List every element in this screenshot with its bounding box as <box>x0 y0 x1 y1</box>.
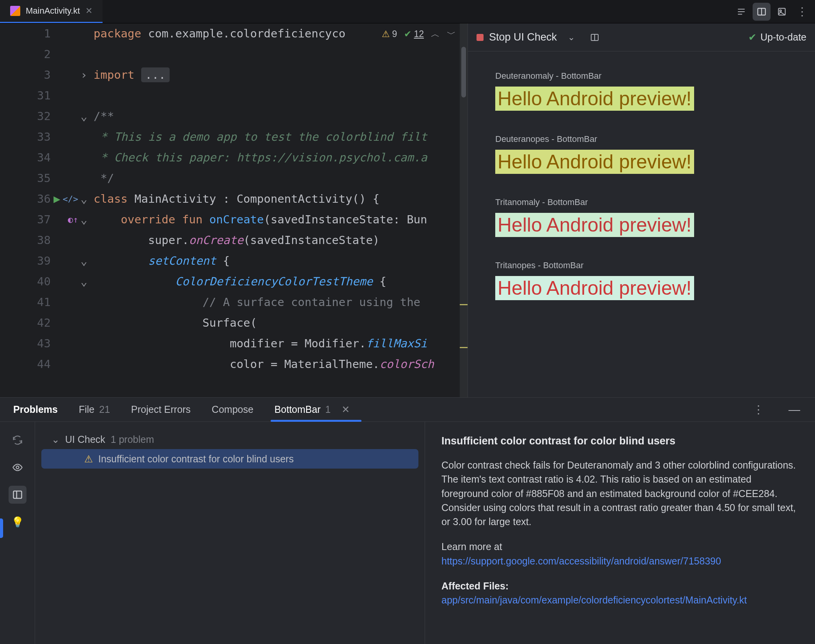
vertical-dots-icon: ⋮ <box>797 5 808 18</box>
window-focus-marker <box>0 518 3 538</box>
fold-chevron-down-icon[interactable]: ⌄ <box>81 106 87 127</box>
details-toggle-button[interactable] <box>9 486 27 504</box>
file-tab-label: MainActivity.kt <box>26 6 80 16</box>
affected-files-label: Affected Files: <box>441 579 799 593</box>
lightbulb-icon: 💡 <box>11 516 24 528</box>
vertical-dots-icon: ⋮ <box>753 403 764 416</box>
preview-render: Hello Android preview! <box>495 276 694 300</box>
fold-chevron-down-icon[interactable]: ⌄ <box>81 251 87 271</box>
chevron-down-icon: ⌄ <box>51 434 60 445</box>
fold-chevron-icon[interactable]: › <box>81 65 87 85</box>
code-area[interactable]: package com.example.colordeficiencyco im… <box>94 23 468 397</box>
line-number-gutter: 1 2 3 31 32 33 34 35 36 37 38 39 40 41 4… <box>0 23 58 397</box>
refresh-button[interactable] <box>9 431 27 449</box>
chevron-down-icon: ⌄ <box>568 32 575 42</box>
fold-chevron-down-icon[interactable]: ⌄ <box>81 209 87 230</box>
preview-item-label: Tritanomaly - BottomBar <box>495 197 799 207</box>
problems-tree[interactable]: ⌄ UI Check 1 problem ⚠ Insufficient colo… <box>35 422 425 644</box>
problems-tab-file[interactable]: File21 <box>77 398 112 421</box>
detail-heading: Insufficient color contrast for color bl… <box>441 433 799 449</box>
problems-side-rail: 💡 <box>0 422 35 644</box>
problems-hide-button[interactable]: — <box>785 401 803 419</box>
minimize-icon: — <box>788 403 800 416</box>
preview-dropdown-button[interactable]: ⌄ <box>562 28 580 46</box>
problems-tab-compose[interactable]: Compose <box>210 398 255 421</box>
preview-render: Hello Android preview! <box>495 87 694 111</box>
stop-ui-check-button[interactable]: Stop UI Check <box>489 31 557 43</box>
problems-more-button[interactable]: ⋮ <box>749 401 767 419</box>
tree-group-uicheck[interactable]: ⌄ UI Check 1 problem <box>35 430 425 449</box>
problems-tab-bottombar[interactable]: BottomBar1✕ <box>273 398 351 421</box>
preview-item-label: Deuteranomaly - BottomBar <box>495 71 799 81</box>
preview-status: ✔ Up-to-date <box>748 32 806 43</box>
design-view-button[interactable] <box>773 3 791 21</box>
close-icon[interactable]: ✕ <box>342 404 350 415</box>
warning-icon: ⚠ <box>84 453 93 465</box>
code-only-view-button[interactable] <box>732 3 750 21</box>
more-menu-button[interactable]: ⋮ <box>793 3 811 21</box>
fold-gutter[interactable]: › ⌄ ▶</>⌄ ◐↑⌄ ⌄ ⌄ <box>58 23 94 397</box>
folded-imports-chip[interactable]: ... <box>141 67 169 82</box>
problems-tab-project-errors[interactable]: Project Errors <box>129 398 192 421</box>
main-split: ⚠9 ✔12 ︿ ﹀ 1 2 3 31 32 33 34 35 36 37 38… <box>0 23 815 398</box>
detail-learn-link[interactable]: https://support.google.com/accessibility… <box>441 556 721 566</box>
preview-item[interactable]: Tritanomaly - BottomBarHello Android pre… <box>495 197 799 237</box>
editor-tabstrip: MainActivity.kt ✕ ⋮ <box>0 0 815 23</box>
preview-render: Hello Android preview! <box>495 150 694 174</box>
problem-detail: Insufficient color contrast for color bl… <box>425 422 815 644</box>
problems-panel: Problems File21 Project Errors Compose B… <box>0 398 815 644</box>
check-icon: ✔ <box>748 32 757 43</box>
preview-item-label: Tritanopes - BottomBar <box>495 260 799 271</box>
compose-preview-panel: Stop UI Check ⌄ ✔ Up-to-date Deuteranoma… <box>468 23 815 397</box>
fold-chevron-down-icon[interactable]: ⌄ <box>81 189 87 209</box>
preview-item[interactable]: Deuteranomaly - BottomBarHello Android p… <box>495 71 799 111</box>
svg-point-4 <box>16 466 19 469</box>
code-editor[interactable]: ⚠9 ✔12 ︿ ﹀ 1 2 3 31 32 33 34 35 36 37 38… <box>0 23 468 397</box>
preview-header: Stop UI Check ⌄ ✔ Up-to-date <box>468 23 815 51</box>
code-vision-icon[interactable]: </> <box>63 189 78 209</box>
preview-body[interactable]: Deuteranomaly - BottomBarHello Android p… <box>468 51 815 397</box>
run-gutter-icon[interactable]: ▶ <box>53 189 60 209</box>
preview-item[interactable]: Tritanopes - BottomBarHello Android prev… <box>495 260 799 300</box>
svg-point-2 <box>780 10 781 11</box>
warning-marker[interactable] <box>460 304 468 305</box>
preview-item-label: Deuteranopes - BottomBar <box>495 134 799 144</box>
override-gutter-icon[interactable]: ◐↑ <box>68 209 78 230</box>
detail-paragraph: The item's text contrast ratio is 4.02. … <box>441 472 799 529</box>
editor-scrollbar-thumb[interactable] <box>461 47 466 97</box>
view-toggle-button[interactable] <box>9 458 27 476</box>
stop-icon <box>477 34 484 41</box>
preview-split-button[interactable] <box>586 28 604 46</box>
kotlin-file-icon <box>10 6 20 16</box>
split-view-button[interactable] <box>753 3 771 21</box>
detail-learn-label: Learn more at <box>441 540 799 554</box>
intention-bulb-button[interactable]: 💡 <box>9 513 27 531</box>
problems-tabstrip: Problems File21 Project Errors Compose B… <box>0 398 815 422</box>
tree-issue-contrast[interactable]: ⚠ Insufficient color contrast for color … <box>41 449 418 469</box>
problems-tab-problems[interactable]: Problems <box>12 398 59 421</box>
warning-marker[interactable] <box>460 347 468 348</box>
file-tab-mainactivity[interactable]: MainActivity.kt ✕ <box>0 0 103 23</box>
preview-render: Hello Android preview! <box>495 213 694 237</box>
svg-rect-5 <box>13 491 21 499</box>
fold-chevron-down-icon[interactable]: ⌄ <box>81 271 87 292</box>
affected-file-link[interactable]: app/src/main/java/com/example/colordefic… <box>441 594 747 605</box>
detail-paragraph: Color contrast check fails for Deuterano… <box>441 458 799 472</box>
preview-item[interactable]: Deuteranopes - BottomBarHello Android pr… <box>495 134 799 174</box>
close-icon[interactable]: ✕ <box>85 6 92 16</box>
